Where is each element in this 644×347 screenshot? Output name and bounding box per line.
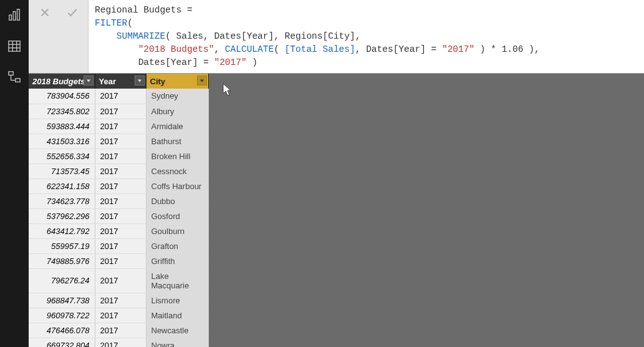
- cell-year[interactable]: 2017: [95, 134, 146, 149]
- svg-rect-2: [17, 9, 20, 20]
- svg-marker-14: [86, 79, 90, 82]
- cell-budget[interactable]: 622341.158: [29, 178, 95, 193]
- cell-budget[interactable]: 723345.802: [29, 104, 95, 119]
- svg-rect-8: [9, 72, 13, 76]
- table-row[interactable]: 622341.1582017Coffs Harbour: [29, 178, 208, 193]
- formula-editor[interactable]: Regional Budgets = FILTER( SUMMARIZE( Sa…: [89, 0, 644, 73]
- table-row[interactable]: 643412.7922017Goulburn: [29, 223, 208, 238]
- cell-year[interactable]: 2017: [95, 338, 146, 347]
- table-row[interactable]: 960978.7222017Maitland: [29, 308, 208, 323]
- column-header-year[interactable]: Year: [95, 74, 146, 89]
- cell-city[interactable]: Cessnock: [146, 164, 208, 178]
- cell-budget[interactable]: 559957.19: [29, 238, 95, 253]
- svg-rect-9: [16, 79, 20, 82]
- cell-budget[interactable]: 476466.078: [29, 323, 95, 338]
- cell-budget[interactable]: 431503.316: [29, 134, 95, 149]
- table-row[interactable]: 431503.3162017Bathurst: [29, 134, 208, 149]
- cell-year[interactable]: 2017: [95, 308, 146, 323]
- cell-city[interactable]: Lake Macquarie: [146, 268, 208, 293]
- formula-text: ,: [355, 31, 361, 41]
- data-table: 2018 Budgets Year City: [29, 74, 209, 347]
- cell-budget[interactable]: 783904.556: [29, 89, 95, 104]
- cell-city[interactable]: Bathurst: [146, 134, 208, 149]
- cell-city[interactable]: Sydney: [146, 89, 208, 104]
- column-header-city[interactable]: City: [146, 74, 208, 89]
- cell-year[interactable]: 2017: [95, 89, 146, 104]
- cell-budget[interactable]: 734623.778: [29, 193, 95, 208]
- svg-rect-1: [13, 12, 16, 21]
- svg-rect-3: [9, 41, 20, 52]
- table-row[interactable]: 796276.242017Lake Macquarie: [29, 268, 208, 293]
- column-header-label: 2018 Budgets: [32, 77, 85, 86]
- formula-text: FILTER: [95, 18, 127, 28]
- cancel-formula-button[interactable]: [36, 4, 54, 21]
- table-row[interactable]: 749885.9762017Griffith: [29, 253, 208, 268]
- cell-year[interactable]: 2017: [95, 104, 146, 119]
- table-row[interactable]: 723345.8022017Albury: [29, 104, 208, 119]
- column-header-label: City: [150, 77, 166, 86]
- table-row[interactable]: 669732.8042017Nowra: [29, 338, 208, 347]
- cell-year[interactable]: 2017: [95, 268, 146, 293]
- cell-city[interactable]: Coffs Harbour: [146, 178, 208, 193]
- cell-budget[interactable]: 968847.738: [29, 293, 95, 308]
- table-row[interactable]: 537962.2962017Gosford: [29, 208, 208, 223]
- cell-city[interactable]: Dubbo: [146, 193, 208, 208]
- cell-year[interactable]: 2017: [95, 178, 146, 193]
- cell-city[interactable]: Gosford: [146, 208, 208, 223]
- cell-year[interactable]: 2017: [95, 253, 146, 268]
- column-filter-button[interactable]: [135, 76, 145, 86]
- cell-budget[interactable]: 713573.45: [29, 164, 95, 178]
- cell-budget[interactable]: 537962.296: [29, 208, 95, 223]
- cell-year[interactable]: 2017: [95, 238, 146, 253]
- svg-rect-0: [9, 15, 12, 20]
- cell-city[interactable]: Grafton: [146, 238, 208, 253]
- table-row[interactable]: 559957.192017Grafton: [29, 238, 208, 253]
- cell-year[interactable]: 2017: [95, 149, 146, 164]
- cell-year[interactable]: 2017: [95, 119, 146, 134]
- formula-text: "2017": [442, 44, 474, 54]
- table-row[interactable]: 476466.0782017Newcastle: [29, 323, 208, 338]
- formula-text: ,: [355, 44, 366, 54]
- table-row[interactable]: 783904.5562017Sydney: [29, 89, 208, 104]
- cell-year[interactable]: 2017: [95, 293, 146, 308]
- table-row[interactable]: 713573.452017Cessnock: [29, 164, 208, 178]
- cell-city[interactable]: Lismore: [146, 293, 208, 308]
- cell-year[interactable]: 2017: [95, 208, 146, 223]
- cell-city[interactable]: Broken Hill: [146, 149, 208, 164]
- cell-city[interactable]: Albury: [146, 104, 208, 119]
- cell-budget[interactable]: 796276.24: [29, 268, 95, 293]
- formula-actions: [29, 0, 89, 73]
- model-view-icon[interactable]: [4, 67, 24, 87]
- commit-formula-button[interactable]: [64, 4, 81, 21]
- cell-city[interactable]: Newcastle: [146, 323, 208, 338]
- data-view-icon[interactable]: [4, 36, 24, 56]
- cell-city[interactable]: Maitland: [146, 308, 208, 323]
- formula-text: Regions[City]: [285, 31, 355, 41]
- table-row[interactable]: 552656.3342017Broken Hill: [29, 149, 208, 164]
- table-row[interactable]: 968847.7382017Lismore: [29, 293, 208, 308]
- table-row[interactable]: 593883.4442017Armidale: [29, 119, 208, 134]
- cell-budget[interactable]: 749885.976: [29, 253, 95, 268]
- cell-city[interactable]: Armidale: [146, 119, 208, 134]
- cell-budget[interactable]: 593883.444: [29, 119, 95, 134]
- formula-text: ,: [274, 31, 284, 41]
- cell-city[interactable]: Griffith: [146, 253, 208, 268]
- cell-city[interactable]: Goulburn: [146, 223, 208, 238]
- formula-text: Regional Budgets: [95, 5, 181, 15]
- formula-text: [95, 31, 117, 41]
- table-row[interactable]: 734623.7782017Dubbo: [29, 193, 208, 208]
- cell-budget[interactable]: 669732.804: [29, 338, 95, 347]
- cell-budget[interactable]: 960978.722: [29, 308, 95, 323]
- cell-budget[interactable]: 552656.334: [29, 149, 95, 164]
- cell-budget[interactable]: 643412.792: [29, 223, 95, 238]
- column-filter-button[interactable]: [84, 76, 94, 86]
- report-view-icon[interactable]: [4, 5, 24, 25]
- cell-year[interactable]: 2017: [95, 223, 146, 238]
- cell-year[interactable]: 2017: [95, 193, 146, 208]
- column-filter-button[interactable]: [197, 76, 207, 86]
- column-header-budget[interactable]: 2018 Budgets: [29, 74, 95, 89]
- cell-year[interactable]: 2017: [95, 164, 146, 178]
- cell-year[interactable]: 2017: [95, 323, 146, 338]
- cell-city[interactable]: Nowra: [146, 338, 208, 347]
- formula-text: SUMMARIZE: [117, 31, 165, 41]
